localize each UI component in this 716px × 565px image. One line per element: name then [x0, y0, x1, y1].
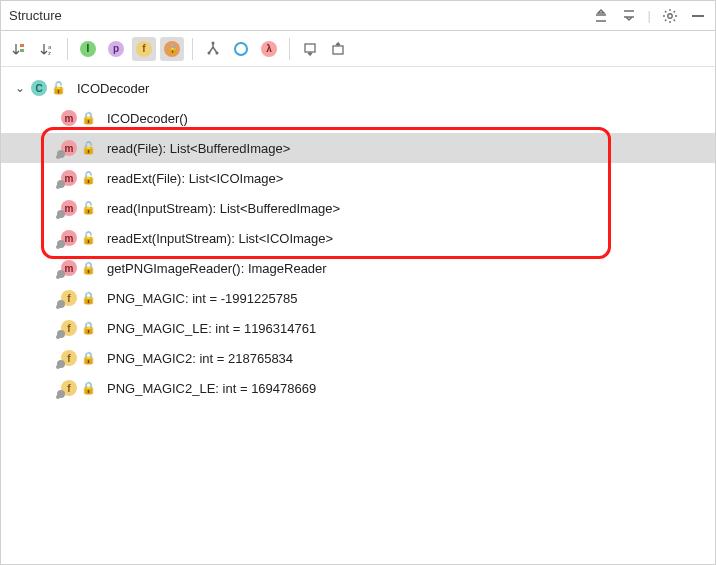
tree-row[interactable]: f🔒PNG_MAGIC: int = -1991225785 — [1, 283, 715, 313]
show-interfaces-button[interactable]: I — [76, 37, 100, 61]
structure-panel: Structure | az I p f 🔒 — [1, 1, 715, 564]
autoscroll-to-source-button[interactable] — [298, 37, 322, 61]
expand-all-icon[interactable] — [592, 7, 610, 25]
class-icon: C — [31, 80, 47, 96]
show-anonymous-button[interactable] — [229, 37, 253, 61]
separator — [192, 38, 193, 60]
separator — [289, 38, 290, 60]
svg-rect-3 — [20, 49, 24, 52]
tree-row[interactable]: f🔒PNG_MAGIC2: int = 218765834 — [1, 343, 715, 373]
tree-item-label: PNG_MAGIC_LE: int = 1196314761 — [107, 321, 316, 336]
unlock-icon: 🔓 — [81, 201, 96, 215]
separator — [67, 38, 68, 60]
chevron-down-icon[interactable]: ⌄ — [15, 81, 31, 95]
lock-icon: 🔒 — [81, 351, 96, 365]
sort-alpha-button[interactable]: az — [35, 37, 59, 61]
tree-row[interactable]: m🔓read(File): List<BufferedImage> — [1, 133, 715, 163]
svg-rect-1 — [692, 15, 704, 17]
svg-rect-2 — [20, 44, 24, 47]
svg-point-0 — [668, 13, 672, 17]
tree-row[interactable]: m🔓readExt(InputStream): List<ICOImage> — [1, 223, 715, 253]
pin-icon — [57, 270, 65, 278]
tree-row[interactable]: m🔒ICODecoder() — [1, 103, 715, 133]
pin-icon — [57, 150, 65, 158]
method-icon: m — [61, 110, 77, 126]
toolbar: az I p f 🔒 λ — [1, 31, 715, 67]
svg-point-6 — [212, 41, 215, 44]
tree-item-label: readExt(File): List<ICOImage> — [107, 171, 283, 186]
header-actions: | — [592, 7, 707, 25]
panel-header: Structure | — [1, 1, 715, 31]
tree-row[interactable]: m🔓readExt(File): List<ICOImage> — [1, 163, 715, 193]
pin-icon — [57, 300, 65, 308]
tree-row[interactable]: m🔓read(InputStream): List<BufferedImage> — [1, 193, 715, 223]
show-properties-button[interactable]: p — [104, 37, 128, 61]
tree-row[interactable]: f🔒PNG_MAGIC2_LE: int = 169478669 — [1, 373, 715, 403]
tree-item-label: PNG_MAGIC2: int = 218765834 — [107, 351, 293, 366]
unlock-icon: 🔓 — [81, 171, 96, 185]
separator: | — [648, 8, 651, 23]
gear-icon[interactable] — [661, 7, 679, 25]
svg-point-7 — [208, 51, 211, 54]
tree-item-label: ICODecoder() — [107, 111, 188, 126]
tree-item-label: readExt(InputStream): List<ICOImage> — [107, 231, 333, 246]
pin-icon — [57, 210, 65, 218]
svg-point-8 — [216, 51, 219, 54]
show-fields-button[interactable]: f — [132, 37, 156, 61]
show-inherited-button[interactable] — [201, 37, 225, 61]
pin-icon — [57, 330, 65, 338]
unlock-icon: 🔓 — [81, 231, 96, 245]
svg-rect-10 — [333, 46, 343, 54]
tree-root[interactable]: ⌄C🔓ICODecoder — [1, 73, 715, 103]
tree-item-label: PNG_MAGIC2_LE: int = 169478669 — [107, 381, 316, 396]
pin-icon — [57, 390, 65, 398]
tree-row[interactable]: m🔒getPNGImageReader(): ImageReader — [1, 253, 715, 283]
unlock-icon: 🔓 — [51, 81, 66, 95]
sort-visibility-button[interactable] — [7, 37, 31, 61]
show-nonpublic-button[interactable]: 🔒 — [160, 37, 184, 61]
collapse-all-icon[interactable] — [620, 7, 638, 25]
tree-item-label: read(InputStream): List<BufferedImage> — [107, 201, 340, 216]
tree-content: ⌄C🔓ICODecoderm🔒ICODecoder()m🔓read(File):… — [1, 67, 715, 564]
pin-icon — [57, 360, 65, 368]
lock-icon: 🔒 — [81, 381, 96, 395]
minimize-icon[interactable] — [689, 7, 707, 25]
show-lambda-button[interactable]: λ — [257, 37, 281, 61]
pin-icon — [57, 240, 65, 248]
tree-item-label: PNG_MAGIC: int = -1991225785 — [107, 291, 297, 306]
unlock-icon: 🔓 — [81, 141, 96, 155]
pin-icon — [57, 180, 65, 188]
tree-row[interactable]: f🔒PNG_MAGIC_LE: int = 1196314761 — [1, 313, 715, 343]
svg-rect-9 — [305, 44, 315, 52]
autoscroll-from-source-button[interactable] — [326, 37, 350, 61]
tree-item-label: getPNGImageReader(): ImageReader — [107, 261, 327, 276]
lock-icon: 🔒 — [81, 291, 96, 305]
lock-icon: 🔒 — [81, 321, 96, 335]
lock-icon: 🔒 — [81, 261, 96, 275]
tree-item-label: ICODecoder — [77, 81, 149, 96]
svg-text:z: z — [48, 50, 51, 56]
panel-title: Structure — [9, 8, 62, 23]
tree-item-label: read(File): List<BufferedImage> — [107, 141, 290, 156]
lock-icon: 🔒 — [81, 111, 96, 125]
